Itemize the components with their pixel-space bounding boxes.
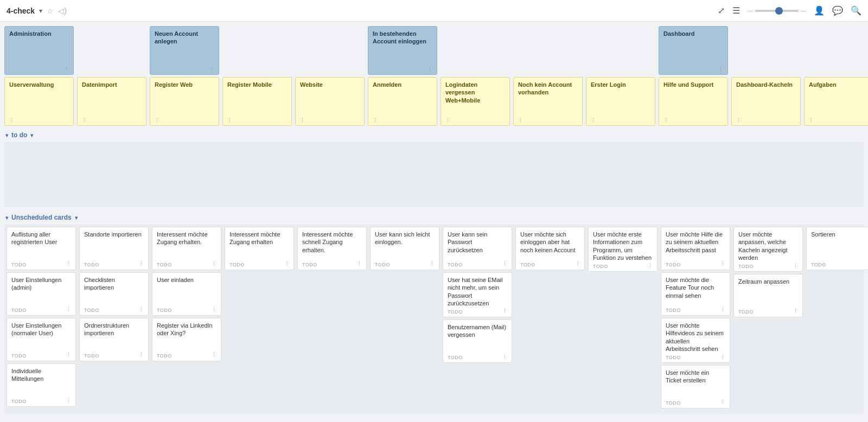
card-register-linkedin[interactable]: Register via LinkedIn oder Xing? TODO ⋮ <box>152 318 221 361</box>
card-user-einladen[interactable]: User einladen TODO ⋮ <box>152 272 221 316</box>
card-userverwaltung[interactable]: Userverwaltung ⋮ <box>4 77 74 126</box>
card-dashboard-kacheln[interactable]: Dashboard-Kacheln ⋮ <box>731 77 801 126</box>
card-title: Zeitraum anpassen <box>738 278 798 285</box>
todo-label: TODO <box>520 262 535 267</box>
card-zeitraum-anpassen[interactable]: Zeitraum anpassen TODO ⋮ <box>733 274 803 317</box>
unscheduled-col-8: User möchte sich einloggen aber hat noch… <box>515 227 585 408</box>
app-title: 4-check <box>7 7 35 15</box>
card-title: Register Mobile <box>227 81 287 88</box>
todo-label: TODO <box>11 353 27 359</box>
card-register-mobile[interactable]: Register Mobile ⋮ <box>222 77 292 126</box>
card-schnell-zugang[interactable]: Interessent möchte schnell Zugang erhalt… <box>297 227 367 270</box>
title-dropdown-icon[interactable]: ▾ <box>39 7 42 15</box>
card-title: Interessent möchte Zugang erhalten <box>229 231 289 246</box>
card-title: Neuen Account anlegen <box>155 30 214 46</box>
card-benutzername-vergessen[interactable]: Benutzernamen (Mail) vergessen TODO ⋮ <box>443 319 512 363</box>
card-in-bestehenden[interactable]: In bestehenden Account einloggen ⋮ <box>368 26 437 75</box>
handle-icon: ⋮ <box>793 263 798 268</box>
menu-icon[interactable]: ☰ <box>732 5 740 16</box>
card-ordnerstrukturen[interactable]: Ordnerstrukturen importieren TODO ⋮ <box>79 318 149 361</box>
card-title: Noch kein Account vorhanden <box>518 81 578 97</box>
handle-icon: ⋮ <box>139 352 144 357</box>
card-erster-login[interactable]: Erster Login ⋮ <box>586 77 655 126</box>
unscheduled-section-header[interactable]: ▾ Unscheduled cards ▾ <box>4 210 864 225</box>
unscheduled-col-5: Interessent möchte schnell Zugang erhalt… <box>297 227 367 408</box>
user-icon[interactable]: 👤 <box>814 5 825 16</box>
card-register-web[interactable]: Register Web ⋮ <box>150 77 219 126</box>
card-hilfevideos[interactable]: User möchte Hilfevideos zu seinem aktuel… <box>661 318 730 363</box>
card-auflistung[interactable]: Auflistung aller registrierten User TODO… <box>7 227 76 270</box>
handle-icon: ⋮ <box>720 306 725 312</box>
card-user-einstellungen-admin[interactable]: User Einstellungen (admin) TODO ⋮ <box>7 272 76 316</box>
search-icon[interactable]: 🔍 <box>851 5 861 16</box>
card-individuelle-mitteilungen[interactable]: Individuelle Mitteilungen TODO ⋮ <box>7 363 76 407</box>
unscheduled-col-4: Interessent möchte Zugang erhalten TODO … <box>225 227 294 408</box>
unscheduled-col-10: User möchte Hilfe die zu seinem aktuelle… <box>661 227 730 408</box>
favorite-icon[interactable]: ☆ <box>47 7 54 15</box>
card-email-verloren[interactable]: User hat seine EMail nicht mehr, um sein… <box>443 272 512 317</box>
todo-label: TODO <box>666 262 681 267</box>
chat-icon[interactable]: 💬 <box>832 5 843 16</box>
expand-icon[interactable]: ⤢ <box>718 5 725 16</box>
handle-icon: ⋮ <box>212 261 216 266</box>
handle-icon: ⋮ <box>502 354 507 359</box>
card-kacheln-anpassen[interactable]: User möchte anpassen, welche Kacheln ang… <box>733 227 803 272</box>
card-erste-infos[interactable]: User möchte erste Informationen zum Prog… <box>588 227 658 272</box>
handle-icon: ⋮ <box>793 308 798 314</box>
card-user-einstellungen-normal[interactable]: User Einstellungen (normaler User) TODO … <box>7 318 76 361</box>
card-hilfe-arbeitsschritt[interactable]: User möchte Hilfe die zu seinem aktuelle… <box>661 227 730 270</box>
card-interessent-zugang1[interactable]: Interessent möchte Zugang erhalten. TODO… <box>152 227 221 270</box>
card-neuen-account[interactable]: Neuen Account anlegen ⋮ <box>150 26 219 75</box>
card-title: Sortieren <box>811 231 868 238</box>
todo-label: TODO <box>302 262 317 267</box>
card-interessent-zugang2[interactable]: Interessent möchte Zugang erhalten TODO … <box>225 227 294 270</box>
card-sortieren[interactable]: Sortieren TODO ⋮ <box>806 227 868 270</box>
card-hilfe-support[interactable]: Hilfe und Support ⋮ <box>659 77 728 126</box>
todo-section-label: to do <box>11 131 27 139</box>
card-checklisten[interactable]: Checklisten importieren TODO ⋮ <box>79 272 149 316</box>
sound-icon[interactable]: ◁) <box>58 7 67 15</box>
handle-icon: ⋮ <box>66 398 71 403</box>
todo-label: TODO <box>84 262 99 267</box>
card-administration[interactable]: Administration ⋮ <box>4 26 74 75</box>
card-feature-tour[interactable]: User möchte die Feature Tour noch einmal… <box>661 272 730 316</box>
card-title: User einladen <box>157 276 216 284</box>
card-title: Ordnerstrukturen importieren <box>84 322 144 337</box>
card-leicht-einloggen[interactable]: User kann sich leicht einloggen. TODO ⋮ <box>370 227 439 270</box>
slider-thumb <box>775 7 783 15</box>
todo-label: TODO <box>11 262 27 267</box>
todo-section-header[interactable]: ▾ to do ▾ <box>4 128 864 142</box>
topbar-right: ⤢ ☰ — — 👤 💬 🔍 <box>718 5 861 16</box>
unscheduled-col-12: Sortieren TODO ⋮ <box>806 227 868 408</box>
unscheduled-col-7: User kann sein Passwort zurücksetzen TOD… <box>443 227 512 408</box>
card-datenimport[interactable]: Datenimport ⋮ <box>77 77 146 126</box>
slider-track[interactable] <box>755 10 799 12</box>
card-ticket-erstellen[interactable]: User möchte ein Ticket erstellen TODO ⋮ <box>661 365 730 408</box>
card-kein-account[interactable]: User möchte sich einloggen aber hat noch… <box>515 227 585 270</box>
card-logindaten[interactable]: Logindaten vergessen Web+Mobile ⋮ <box>441 77 510 126</box>
todo-label: TODO <box>448 309 463 315</box>
card-website[interactable]: Website ⋮ <box>295 77 365 126</box>
handle-icon: ⋮ <box>212 352 216 357</box>
handle-icon: ⋮ <box>445 118 450 123</box>
handle-icon: ⋮ <box>736 118 741 123</box>
card-noch-kein-account[interactable]: Noch kein Account vorhanden ⋮ <box>513 77 583 126</box>
todo-label: TODO <box>666 308 681 313</box>
card-anmelden[interactable]: Anmelden ⋮ <box>368 77 437 126</box>
card-title: Dashboard <box>663 30 723 37</box>
blue-cards-row: Administration ⋮ Neuen Account anlegen ⋮… <box>4 26 864 75</box>
unscheduled-col-1: Auflistung aller registrierten User TODO… <box>7 227 76 408</box>
handle-icon: ⋮ <box>575 261 580 266</box>
card-standorte[interactable]: Standorte importieren TODO ⋮ <box>79 227 149 270</box>
card-dashboard[interactable]: Dashboard ⋮ <box>659 26 728 75</box>
handle-icon: ⋮ <box>284 261 289 266</box>
card-passwort-reset[interactable]: User kann sein Passwort zurücksetzen TOD… <box>443 227 512 270</box>
handle-icon: ⋮ <box>720 354 725 359</box>
card-title: Register Web <box>155 81 214 88</box>
handle-icon: ⋮ <box>502 308 507 314</box>
chevron-down-icon-2: ▾ <box>30 132 33 138</box>
card-aufgaben[interactable]: Aufgaben ⋮ <box>804 77 868 126</box>
zoom-slider[interactable]: — — <box>748 8 806 14</box>
unscheduled-col-3: Interessent möchte Zugang erhalten. TODO… <box>152 227 221 408</box>
card-title: User kann sein Passwort zurücksetzen <box>448 231 507 254</box>
